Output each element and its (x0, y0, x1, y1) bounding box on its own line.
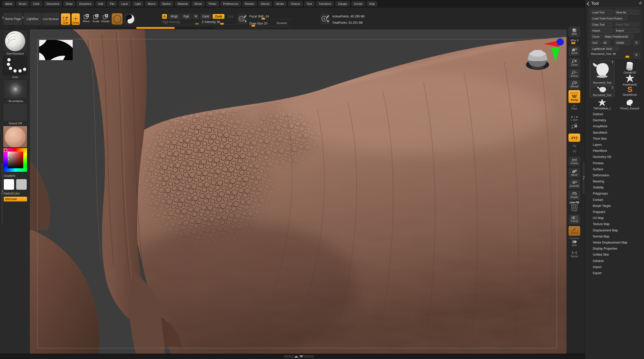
section-unified-skin[interactable]: Unified Skin (593, 252, 627, 258)
scroll-button[interactable]: Scroll (568, 46, 580, 56)
brush-selector[interactable]: DamStandard (3, 30, 27, 55)
section-import[interactable]: Import (593, 264, 627, 270)
lightbox-tools-button[interactable]: Lightbox►Tools (591, 46, 619, 51)
m-button[interactable]: M (193, 14, 199, 19)
section-visibility[interactable]: Visibility (593, 184, 627, 190)
xpose-button[interactable]: Xpose (568, 251, 580, 258)
move-canvas-button[interactable]: Move (568, 168, 580, 178)
y-rotation-button[interactable]: ↺y (568, 144, 580, 148)
transp-button[interactable]: Transp (568, 214, 580, 224)
alternate-button[interactable]: Alternate (3, 197, 27, 202)
aahalf-button[interactable]: AAHalf (568, 79, 580, 89)
collapse-panel-icon[interactable] (586, 2, 590, 6)
mrgb-button[interactable]: Mrgb (169, 14, 180, 19)
texture-selector[interactable]: Texture Off (3, 103, 27, 125)
rotate-canvas-button[interactable]: Rotate (568, 190, 580, 200)
home-page-button[interactable]: Home Page (4, 13, 22, 25)
section-texture-map[interactable]: Texture Map (593, 221, 627, 227)
menu-macro[interactable]: Macro (145, 1, 158, 6)
section-polygroups[interactable]: Polygroups (593, 190, 627, 197)
bottom-tray-arrows[interactable] (293, 355, 304, 358)
dynamic-mode-label[interactable]: Dynamic (277, 22, 287, 25)
xyz-rotation-button[interactable]: XYZ (568, 133, 580, 142)
current-brush-thumbnail[interactable] (112, 13, 123, 25)
draw-size-units-icon[interactable]: D (320, 14, 330, 24)
menu-stroke[interactable]: Stroke (274, 1, 287, 6)
clone-button[interactable]: Clone (591, 34, 602, 39)
menu-file[interactable]: File (107, 1, 117, 6)
live-boolean-button[interactable]: Live Boolean (42, 13, 59, 25)
menu-color[interactable]: Color (31, 1, 42, 6)
color-picker[interactable] (3, 148, 27, 172)
section-geometry-hd[interactable]: Geometry HD (593, 154, 627, 160)
menu-document[interactable]: Document (44, 1, 62, 6)
menu-zscript[interactable]: Zscript (352, 1, 365, 6)
active-tool-thumbnail[interactable]: 7 Recovered_Tool (590, 60, 614, 85)
load-tools-from-project-button[interactable]: Load Tools From Project (591, 16, 627, 21)
save-as-button[interactable]: Save As (614, 10, 639, 15)
rotate-button[interactable]: R Rotate (101, 14, 110, 23)
draw-size-slider[interactable] (249, 26, 292, 26)
menu-movie[interactable]: Movie (192, 1, 204, 6)
tool-thumb-cylinder3d[interactable]: Cylinder3D (618, 61, 642, 74)
a-mode-badge[interactable]: A (162, 14, 167, 19)
frame-button[interactable]: Frame (568, 156, 580, 166)
solo-button[interactable]: Solo (568, 240, 580, 247)
focal-shift-slider[interactable] (249, 19, 292, 19)
material-selector[interactable]: PolySkin (3, 126, 27, 151)
section-contact[interactable]: Contact (593, 197, 627, 203)
main-color-swatch[interactable] (3, 179, 14, 190)
tool-thumb-polymesh3d[interactable]: PolyMesh3D (618, 74, 642, 86)
section-export[interactable]: Export (593, 270, 627, 276)
rgb-button[interactable]: Rgb (181, 14, 191, 19)
ghost-button[interactable]: Ghost (568, 226, 580, 236)
section-initialize[interactable]: Initialize (593, 258, 627, 264)
tool-thumb-tpose-extract[interactable]: TPose1_Extract4 (615, 99, 644, 110)
texture-thumbnail[interactable] (3, 103, 27, 121)
z-rotation-button[interactable]: ↺z (568, 150, 580, 153)
scale-button[interactable]: S Scale (92, 14, 100, 23)
tool-thumb-simplebrush[interactable]: S SimpleBrush (618, 85, 642, 96)
tool-thumb-tmpolymesh[interactable]: TMPolyMesh_1 (590, 99, 614, 110)
switchcolor-button[interactable]: SwitchColor (4, 192, 20, 195)
export-button[interactable]: Export (614, 28, 639, 33)
section-geometry[interactable]: Geometry (593, 117, 627, 123)
panel-history-icon[interactable]: ↻ (639, 1, 642, 6)
lsym-button[interactable]: L.Sym (568, 116, 580, 121)
section-layers[interactable]: Layers (593, 142, 627, 148)
tool-thumb-recovered[interactable]: 7 Recovered_Tool (590, 86, 614, 97)
menu-picker[interactable]: Picker (206, 1, 219, 6)
goz-r-button[interactable]: R (633, 40, 639, 45)
section-polypaint[interactable]: Polypaint (593, 209, 627, 215)
color-picker-cursor[interactable] (8, 158, 9, 161)
draw-size-handle[interactable] (251, 25, 255, 27)
lightbox-button[interactable]: LightBox (24, 13, 41, 25)
material-thumbnail[interactable] (3, 126, 27, 148)
menu-layer[interactable]: Layer (119, 1, 131, 6)
floor-button[interactable]: Floor (568, 104, 580, 110)
persp-button[interactable]: Dynamic Persp (568, 90, 580, 103)
menu-dynamics[interactable]: Dynamics (77, 1, 94, 6)
menu-material[interactable]: Material (175, 1, 190, 6)
rgb-intensity-slider[interactable] (163, 24, 200, 24)
goz-all-button[interactable]: All (602, 40, 610, 45)
section-nanomesh[interactable]: NanoMesh (593, 130, 627, 136)
section-displacement-map[interactable]: Displacement Map (593, 227, 627, 233)
zoom3d-button[interactable]: Zoom3D (568, 179, 580, 189)
menu-transform[interactable]: Transform (316, 1, 334, 6)
tool-panel-title[interactable]: Tool (591, 1, 599, 6)
menu-marker[interactable]: Marker (160, 1, 173, 6)
active-tool-slider-handle[interactable] (625, 56, 629, 58)
import-button[interactable]: Import (591, 28, 613, 33)
section-normal-map[interactable]: Normal Map (593, 233, 627, 240)
section-masking[interactable]: Masking (593, 178, 627, 184)
secondary-color-swatch[interactable] (16, 179, 27, 190)
brush-thumbnail[interactable] (3, 30, 27, 52)
section-preview[interactable]: Preview (593, 160, 627, 166)
menu-edit[interactable]: Edit (96, 1, 105, 6)
rgb-intensity-handle[interactable] (195, 23, 199, 25)
z-intensity-slider[interactable] (202, 24, 237, 24)
menu-draw[interactable]: Draw (63, 1, 75, 6)
draw-button[interactable]: Draw (71, 13, 80, 25)
section-display-properties[interactable]: Display Properties (593, 246, 627, 252)
